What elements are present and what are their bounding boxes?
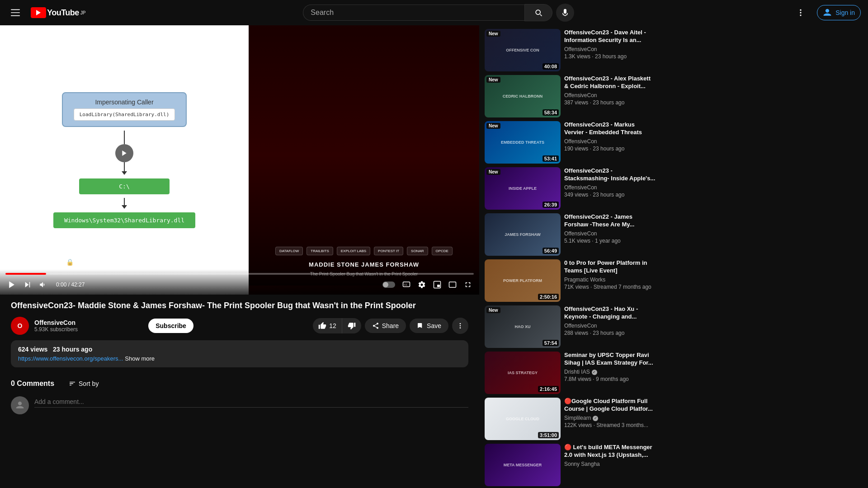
share-label: Share: [382, 322, 399, 329]
video-meta: 190 views · 23 hours ago: [564, 145, 656, 152]
caller-title: Impersonating Caller: [74, 99, 175, 106]
video-duration: 40:08: [542, 63, 559, 70]
more-options-button[interactable]: [792, 4, 810, 22]
video-meta: 1.3K views · 23 hours ago: [564, 53, 656, 60]
action-row: 12 Share Save: [313, 318, 468, 334]
diagram-area: Impersonating Caller LoadLibrary(SharedL…: [53, 92, 195, 228]
channel-row: O OffensiveCon 5.93K subscribers Subscri…: [11, 317, 468, 335]
video-duration: 58:34: [542, 109, 559, 116]
channel-info: Simplilearn ✓: [564, 415, 656, 422]
channel-info: OffensiveCon: [564, 184, 656, 192]
channel-info: OffensiveCon: [564, 230, 656, 238]
play-overlay[interactable]: [115, 144, 133, 162]
sidebar-video-item[interactable]: INSIDE APPLE New 26:39 OffensiveCon23 - …: [485, 167, 656, 210]
search-input[interactable]: [303, 5, 524, 20]
video-info: 🔴 Let's build META Messenger 2.0 with Ne…: [564, 444, 656, 486]
video-duration: 57:54: [542, 340, 559, 346]
share-button[interactable]: Share: [365, 319, 406, 333]
next-button[interactable]: [22, 279, 33, 291]
video-info: 🔴Google Cloud Platform Full Course | Goo…: [564, 398, 656, 440]
video-thumbnail: CEDRIC HALBRONN New 58:34: [485, 75, 561, 117]
youtube-logo[interactable]: YouTubeJP: [31, 7, 86, 18]
video-thumbnail: GOOGLE CLOUD 3:51:00: [485, 398, 561, 440]
thumb-text: META MESSENGER: [502, 461, 544, 469]
video-thumbnail: POWER PLATFORM 2:50:16: [485, 259, 561, 302]
video-thumbnail: INSIDE APPLE New 26:39: [485, 167, 561, 210]
theater-button[interactable]: [447, 279, 458, 291]
channel-info: OffensiveCon 5.93K subscribers: [34, 319, 143, 333]
video-player[interactable]: Impersonating Caller LoadLibrary(SharedL…: [0, 25, 479, 295]
sidebar-video-item[interactable]: EMBEDDED THREATS New 53:41 OffensiveCon2…: [485, 121, 656, 164]
sidebar-video-item[interactable]: HAO XU New 57:54 OffensiveCon23 - Hao Xu…: [485, 305, 656, 348]
lock-icon: 🔒: [65, 257, 75, 267]
thumb-text: OFFENSIVE CON: [504, 46, 541, 54]
video-info: OffensiveCon23 - Alex Plaskett & Cedric …: [564, 75, 656, 117]
video-controls: 0:00 / 42:27 CC: [0, 269, 479, 295]
captions-button[interactable]: CC: [401, 279, 412, 291]
subscribe-button[interactable]: Subscribe: [148, 319, 193, 333]
comment-input[interactable]: [34, 396, 468, 408]
settings-button[interactable]: [416, 279, 428, 291]
menu-button[interactable]: [7, 5, 24, 21]
thumb-text: INSIDE APPLE: [507, 184, 538, 192]
sidebar-video-item[interactable]: IAS STRATEGY 2:16:45 Seminar by UPSC Top…: [485, 352, 656, 394]
sort-label: Sort by: [79, 380, 99, 387]
description-link[interactable]: https://www.offensivecon.org/speakers...…: [18, 355, 461, 362]
sponsor-opcde: OPCDE: [432, 247, 453, 255]
new-badge: New: [486, 31, 500, 37]
progress-bar[interactable]: [5, 273, 474, 275]
save-button[interactable]: Save: [410, 319, 448, 333]
thumb-text: CEDRIC HALBRONN: [501, 92, 545, 100]
video-info: OffensiveCon23 - Hao Xu - Keynote - Chan…: [564, 305, 656, 348]
description-box[interactable]: 624 views 23 hours ago https://www.offen…: [11, 340, 468, 367]
sidebar-video-item[interactable]: JAMES FORSHAW 56:49 OffensiveCon22 - Jam…: [485, 213, 656, 256]
sidebar-video-item[interactable]: CEDRIC HALBRONN New 58:34 OffensiveCon23…: [485, 75, 656, 117]
like-button[interactable]: 12: [313, 318, 342, 333]
user-avatar: [11, 396, 29, 414]
header-left: YouTubeJP: [7, 5, 86, 21]
svg-point-17: [460, 328, 461, 329]
video-thumbnail: HAO XU New 57:54: [485, 305, 561, 348]
svg-point-15: [460, 323, 461, 324]
volume-button[interactable]: [37, 279, 49, 291]
video-info: OffensiveCon23 - Markus Vervier - Embedd…: [564, 121, 656, 164]
svg-point-5: [800, 14, 802, 16]
video-title: OffensiveCon23 - Hao Xu - Keynote - Chan…: [564, 305, 656, 321]
frost-security: Blue Frost Security: [78, 258, 100, 267]
autoplay-toggle[interactable]: [381, 280, 397, 290]
channel-name: OffensiveCon: [564, 230, 597, 237]
mic-button[interactable]: [556, 4, 574, 22]
dislike-button[interactable]: [342, 318, 361, 333]
sign-in-button[interactable]: Sign in: [817, 5, 861, 20]
channel-name[interactable]: OffensiveCon: [34, 319, 143, 326]
svg-marker-8: [25, 282, 29, 287]
like-count: 12: [329, 322, 336, 329]
svg-marker-7: [9, 282, 14, 288]
sidebar-video-item[interactable]: POWER PLATFORM 2:50:16 0 to Pro for Powe…: [485, 259, 656, 302]
miniplayer-button[interactable]: [431, 279, 443, 291]
sidebar-video-item[interactable]: OFFENSIVE CON New 40:08 OffensiveCon23 -…: [485, 29, 656, 71]
more-actions-button[interactable]: [452, 318, 468, 334]
channel-info: OffensiveCon: [564, 46, 656, 53]
new-badge: New: [486, 77, 500, 83]
save-label: Save: [427, 322, 441, 329]
sidebar-video-item[interactable]: GOOGLE CLOUD 3:51:00 🔴Google Cloud Platf…: [485, 398, 656, 440]
channel-name: Drishti IAS: [564, 369, 590, 375]
main-layout: Impersonating Caller LoadLibrary(SharedL…: [0, 0, 868, 488]
slide-left: Impersonating Caller LoadLibrary(SharedL…: [0, 25, 249, 295]
sidebar-video-item[interactable]: META MESSENGER 🔴 Let's build META Messen…: [485, 444, 656, 486]
video-meta: 71K views · Streamed 7 months ago: [564, 284, 656, 290]
logo-jp: JP: [80, 10, 86, 15]
video-duration: 26:39: [542, 202, 559, 208]
video-duration: 2:50:16: [538, 294, 559, 300]
sort-button[interactable]: Sort by: [65, 378, 102, 389]
video-title: OffensiveCon23 - Markus Vervier - Embedd…: [564, 121, 656, 136]
video-thumbnail: JAMES FORSHAW 56:49: [485, 213, 561, 256]
search-button[interactable]: [524, 4, 552, 21]
speaker-name: MADDIE STONE JAMES FORSHAW: [309, 261, 419, 269]
fullscreen-button[interactable]: [462, 279, 474, 291]
description-stats: 624 views 23 hours ago: [18, 346, 461, 353]
play-button[interactable]: [5, 278, 18, 291]
video-title: OffensiveCon23 - Alex Plaskett & Cedric …: [564, 75, 656, 90]
progress-fill: [5, 273, 46, 275]
